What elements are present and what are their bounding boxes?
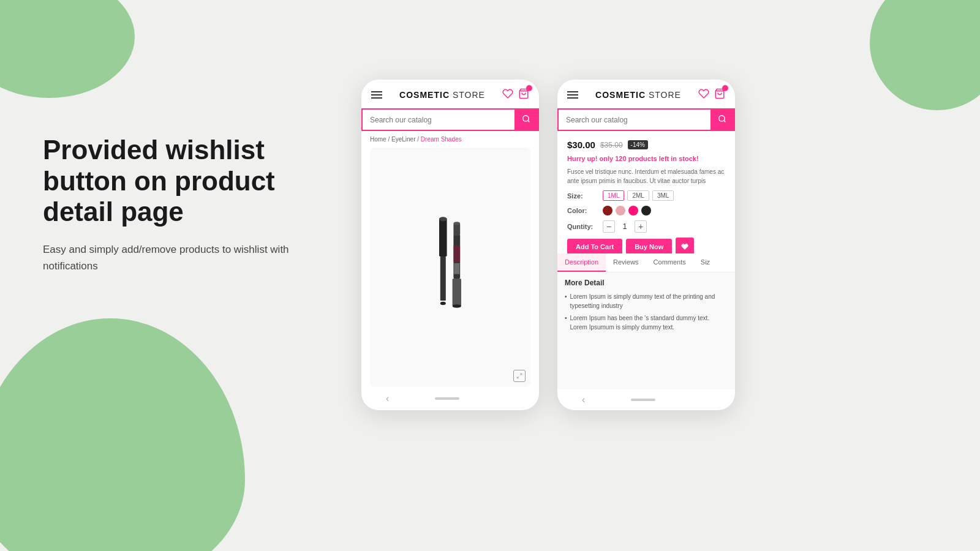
phone1-bottom-nav: ‹ (361, 387, 539, 410)
svg-rect-8 (453, 279, 461, 306)
qty-increase-button[interactable]: + (635, 220, 647, 233)
size-label: Size: (567, 192, 598, 200)
color-dot-black[interactable] (641, 206, 651, 216)
phone2-header: COSMETIC STORE (557, 80, 735, 108)
phone-mockup-1: COSMETIC STORE (361, 80, 539, 410)
expand-icon[interactable] (513, 370, 526, 382)
decorative-blob-bottom-left (0, 318, 245, 551)
nav-dot (435, 397, 459, 400)
price-current: $30.00 (567, 140, 595, 150)
color-label: Color: (567, 207, 598, 214)
svg-rect-13 (454, 263, 459, 274)
detail-box: More Detail • Lorem Ipsum is simply dumm… (557, 272, 735, 390)
brand-normal-1: STORE (450, 90, 485, 100)
color-options (603, 206, 651, 216)
qty-decrease-button[interactable]: − (603, 220, 615, 233)
detail-item-2: • Lorem Ipsum has been the 's standard d… (565, 313, 728, 332)
cart-badge-2 (722, 85, 728, 91)
more-detail-title: More Detail (565, 279, 728, 287)
nav-dot-2 (631, 399, 655, 401)
breadcrumb-1: Home / EyeLiner / Dream Shades (361, 131, 539, 148)
svg-rect-4 (440, 257, 446, 301)
search-button-2[interactable] (710, 110, 734, 130)
search-bar-2 (557, 108, 735, 131)
tab-bar: Description Reviews Comments Siz (557, 253, 735, 272)
brand-name-1: COSMETIC STORE (399, 90, 485, 100)
subtext: Easy and simply add/remove products to w… (43, 241, 325, 274)
qty-controls: − 1 + (603, 220, 647, 233)
header-icons-1 (502, 88, 529, 102)
wishlist-button[interactable] (676, 238, 694, 253)
decorative-blob-top-left (0, 0, 135, 98)
buy-now-button[interactable]: Buy Now (626, 239, 672, 253)
detail-text-1: Lorem Ipsum is simply dummy text of the … (570, 292, 728, 310)
svg-rect-12 (453, 246, 460, 262)
stock-text: Hurry up! only 120 products left in stoc… (567, 155, 725, 162)
tab-description[interactable]: Description (557, 253, 606, 272)
stock-number: 120 (615, 155, 626, 162)
add-to-cart-button[interactable]: Add To Cart (567, 239, 622, 253)
size-row: Size: 1ML 2ML 3ML (567, 190, 725, 201)
size-option-3ml[interactable]: 3ML (652, 190, 674, 201)
qty-label: Quntity: (567, 223, 598, 230)
tab-comments[interactable]: Comments (646, 253, 693, 272)
header-icons-2 (698, 88, 725, 102)
svg-rect-3 (439, 218, 447, 257)
product-description: Fusce vel tristique nunc. Interdum et ma… (567, 167, 725, 186)
nav-arrow-left[interactable]: ‹ (386, 393, 389, 404)
product-image-area (370, 148, 530, 387)
text-section: Provided wishlist button on product deta… (43, 135, 325, 274)
svg-line-15 (517, 377, 519, 378)
svg-line-2 (528, 121, 530, 122)
nav-arrow-left-2[interactable]: ‹ (582, 394, 585, 405)
color-row: Color: (567, 206, 725, 216)
breadcrumb-home[interactable]: Home (370, 136, 386, 143)
size-option-1ml[interactable]: 1ML (603, 190, 624, 201)
phone2-content: $30.00 $35.00 -14% Hurry up! only 120 pr… (557, 131, 735, 253)
phone1-header: COSMETIC STORE (361, 80, 539, 108)
brand-name-2: COSMETIC STORE (595, 90, 681, 100)
bullet-2: • (565, 313, 567, 323)
cart-icon-1[interactable] (518, 88, 529, 102)
cart-badge-1 (526, 85, 532, 91)
search-input-2[interactable] (559, 111, 710, 129)
wishlist-icon-2[interactable] (698, 88, 709, 102)
size-options: 1ML 2ML 3ML (603, 190, 674, 201)
decorative-blob-top-right (870, 0, 980, 110)
tab-reviews[interactable]: Reviews (606, 253, 646, 272)
phone-mockup-2: COSMETIC STORE (557, 80, 735, 410)
svg-line-14 (520, 373, 522, 375)
hamburger-menu-icon[interactable] (371, 91, 382, 99)
search-button-1[interactable] (514, 110, 538, 130)
price-row: $30.00 $35.00 -14% (567, 140, 725, 150)
search-input-1[interactable] (363, 111, 514, 129)
detail-item-1: • Lorem Ipsum is simply dummy text of th… (565, 292, 728, 310)
svg-rect-10 (453, 223, 460, 236)
svg-point-9 (453, 304, 461, 307)
discount-badge: -14% (628, 140, 648, 149)
svg-point-6 (439, 217, 447, 221)
headline: Provided wishlist button on product deta… (43, 135, 325, 228)
wishlist-icon-1[interactable] (502, 88, 513, 102)
tab-size[interactable]: Siz (693, 253, 717, 272)
price-old: $35.00 (600, 141, 623, 149)
brand-normal-2: STORE (646, 90, 681, 100)
color-dot-dark-red[interactable] (603, 206, 612, 216)
stock-suffix: products left in stock! (627, 155, 699, 162)
breadcrumb-eyeliner[interactable]: EyeLiner (391, 136, 415, 143)
phone2-bottom-nav: ‹ (557, 389, 735, 410)
svg-point-17 (719, 116, 725, 121)
size-option-2ml[interactable]: 2ML (627, 190, 649, 201)
svg-point-5 (440, 301, 446, 304)
cart-icon-2[interactable] (714, 88, 725, 102)
color-dot-pink-light[interactable] (616, 206, 625, 216)
qty-row: Quntity: − 1 + (567, 220, 725, 233)
search-bar-1 (361, 108, 539, 131)
hamburger-menu-icon-2[interactable] (567, 91, 578, 99)
brand-bold-1: COSMETIC (399, 90, 450, 100)
svg-line-18 (724, 121, 726, 122)
bullet-1: • (565, 292, 567, 301)
breadcrumb-active[interactable]: Dream Shades (421, 136, 462, 143)
color-dot-pink[interactable] (628, 206, 638, 216)
action-buttons: Add To Cart Buy Now (567, 238, 725, 253)
